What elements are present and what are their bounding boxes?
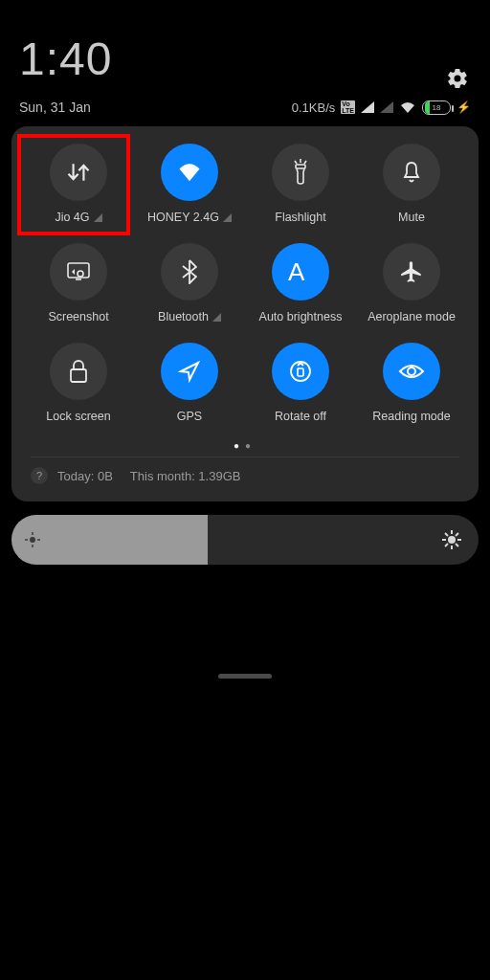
svg-rect-8	[71, 369, 86, 382]
tile-label: Rotate off	[275, 410, 326, 423]
signal-icon-2	[380, 101, 393, 113]
signal-mini-icon	[212, 313, 221, 322]
signal-mini-icon	[223, 213, 232, 222]
tile-airplane[interactable]: Aeroplane mode	[356, 243, 467, 323]
tile-bluetooth[interactable]: Bluetooth	[134, 243, 245, 323]
svg-point-11	[408, 368, 415, 375]
net-speed: 0.1KB/s	[292, 100, 336, 115]
quick-settings-panel: Jio 4GHONEY 2.4GFlashlightMuteScreenshot…	[11, 126, 479, 501]
svg-point-12	[30, 537, 35, 543]
tile-label: Aeroplane mode	[368, 310, 456, 323]
signal-mini-icon	[94, 213, 102, 222]
tile-mute[interactable]: Mute	[356, 144, 467, 224]
lockscreen-icon	[50, 343, 107, 400]
flashlight-icon	[272, 144, 329, 201]
divider	[31, 457, 459, 457]
svg-rect-0	[296, 165, 305, 168]
tile-label: Jio 4G	[55, 211, 101, 224]
svg-line-3	[304, 161, 306, 164]
autobright-icon: A	[272, 243, 329, 301]
gps-icon	[161, 343, 218, 400]
svg-line-23	[456, 544, 458, 546]
gear-icon	[446, 67, 469, 90]
tile-label: GPS	[177, 410, 202, 423]
svg-point-17	[448, 536, 456, 544]
settings-button[interactable]	[446, 67, 469, 90]
gesture-handle[interactable]	[218, 674, 272, 679]
svg-line-22	[445, 533, 448, 536]
tile-label: Screenshot	[48, 310, 108, 323]
tile-gps[interactable]: GPS	[134, 343, 245, 423]
battery-icon: 18	[422, 100, 451, 115]
airplane-icon	[383, 243, 440, 301]
svg-line-2	[295, 161, 297, 164]
signal-icon	[361, 101, 374, 113]
screenshot-icon	[50, 243, 107, 301]
tile-reading[interactable]: Reading mode	[356, 343, 467, 423]
svg-text:A: A	[288, 259, 305, 284]
tile-label: Auto brightness	[259, 310, 343, 323]
charging-icon: ⚡	[457, 100, 471, 114]
mute-icon	[383, 144, 440, 201]
brightness-low-icon	[25, 532, 40, 547]
tile-flashlight[interactable]: Flashlight	[245, 144, 356, 224]
svg-line-25	[456, 533, 458, 536]
tile-label: Bluetooth	[158, 310, 221, 323]
brightness-high-icon	[442, 530, 461, 549]
svg-point-5	[78, 271, 83, 277]
bluetooth-icon	[161, 243, 218, 301]
tile-label: Flashlight	[275, 211, 326, 224]
tile-label: Reading mode	[372, 410, 450, 423]
clock-time: 1:40	[19, 36, 471, 82]
mobile-data-icon	[50, 144, 107, 201]
tile-wifi[interactable]: HONEY 2.4G	[134, 144, 245, 224]
reading-icon	[383, 343, 440, 400]
rotate-icon	[272, 343, 329, 400]
page-dots[interactable]: ●●	[17, 431, 473, 457]
wifi-icon	[399, 100, 416, 114]
svg-point-9	[291, 362, 310, 381]
tile-rotate[interactable]: Rotate off	[245, 343, 356, 423]
tile-label: Mute	[398, 211, 425, 224]
tile-screenshot[interactable]: Screenshot	[23, 243, 134, 323]
brightness-slider[interactable]	[11, 515, 479, 565]
tile-mobile-data[interactable]: Jio 4G	[23, 144, 134, 224]
tile-lockscreen[interactable]: Lock screen	[23, 343, 134, 423]
tile-label: HONEY 2.4G	[147, 211, 232, 224]
usage-today: Today: 0B	[57, 469, 113, 483]
status-date: Sun, 31 Jan	[19, 100, 91, 115]
help-icon: ?	[31, 467, 48, 484]
usage-month: This month: 1.39GB	[130, 469, 241, 483]
status-right: 0.1KB/s VoLTE 18 ⚡	[292, 100, 471, 115]
tile-autobright[interactable]: AAuto brightness	[245, 243, 356, 323]
volte-icon: VoLTE	[341, 100, 355, 114]
data-usage-row[interactable]: ? Today: 0B This month: 1.39GB	[17, 467, 473, 488]
svg-line-24	[445, 544, 448, 546]
tile-label: Lock screen	[46, 410, 110, 423]
wifi-icon	[161, 144, 218, 201]
